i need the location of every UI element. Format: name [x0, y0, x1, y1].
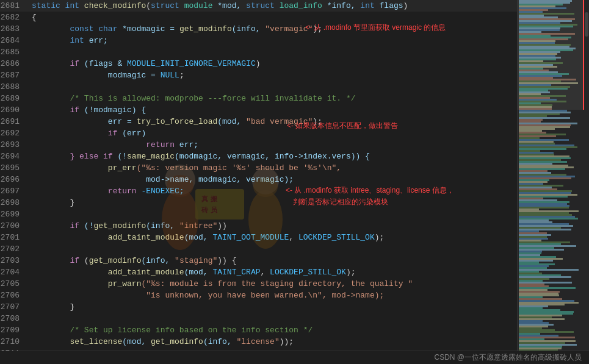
line-content: set_license(mod, get_modinfo(info, "lice…: [29, 336, 517, 348]
table-row: 2705 pr_warn("%s: module is from the sta…: [0, 278, 517, 290]
table-row: 2684 int err;: [0, 35, 517, 46]
table-row: 2704 add_taint_module(mod, TAINT_CRAP, L…: [0, 266, 517, 278]
line-content: [29, 209, 517, 220]
table-row: 2706 "is unknown, you have been warned.\…: [0, 290, 517, 301]
line-number: 2681: [0, 0, 29, 12]
line-content: }: [29, 197, 517, 209]
table-row: 2707 }: [0, 301, 517, 313]
line-content: [29, 313, 517, 324]
minimap: [517, 0, 584, 351]
table-row: 2711: [0, 348, 517, 351]
line-number: 2698: [0, 197, 29, 209]
editor-container: 2681static int check_modinfo(struct modu…: [0, 0, 589, 351]
line-content: int err;: [29, 35, 517, 46]
line-number: 2696: [0, 174, 29, 185]
line-number: 2690: [0, 104, 29, 116]
line-content: const char *modmagic = get_modinfo(info,…: [29, 23, 517, 35]
line-number: 2703: [0, 255, 29, 266]
line-content: err = try_to_force_load(mod, "bad vermag…: [29, 116, 517, 127]
line-content: static int check_modinfo(struct module *…: [29, 0, 517, 12]
table-row: 2687 modmagic = NULL;: [0, 70, 517, 81]
line-content: [29, 81, 517, 93]
table-row: 2686 if (flags & MODULE_INIT_IGNORE_VERM…: [0, 58, 517, 70]
table-row: 2695 pr_err("%s: version magic '%s' shou…: [0, 162, 517, 174]
table-row: 2699: [0, 209, 517, 220]
line-number: 2691: [0, 116, 29, 127]
table-row: 2681static int check_modinfo(struct modu…: [0, 0, 517, 12]
table-row: 2698 }: [0, 197, 517, 209]
line-content: [29, 243, 517, 255]
code-lines: 2681static int check_modinfo(struct modu…: [0, 0, 517, 351]
line-number: 2692: [0, 127, 29, 139]
table-row: 2683 const char *modmagic = get_modinfo(…: [0, 23, 517, 35]
line-content: return -ENOEXEC;: [29, 185, 517, 197]
table-row: 2702: [0, 243, 517, 255]
line-content: /* Set up license info based on the info…: [29, 324, 517, 336]
table-row: 2694 } else if (!same_magic(modmagic, ve…: [0, 151, 517, 162]
line-content: /* This is allowed: modprobe ---force wi…: [29, 93, 517, 104]
line-content: }: [29, 301, 517, 313]
line-content: if (err): [29, 127, 517, 139]
line-number: 2710: [0, 336, 29, 348]
line-number: 2682: [0, 12, 29, 23]
line-number: 2702: [0, 243, 29, 255]
table-row: 2693 return err;: [0, 139, 517, 151]
table-row: 2703 if (get_modinfo(info, "staging")) {: [0, 255, 517, 266]
table-row: 2708: [0, 313, 517, 324]
line-number: 2695: [0, 162, 29, 174]
table-row: 2685: [0, 46, 517, 58]
line-number: 2687: [0, 70, 29, 81]
line-content: if (!get_modinfo(info, "intree")): [29, 220, 517, 232]
table-row: 2682{: [0, 12, 517, 23]
vertical-scrollbar[interactable]: [584, 0, 589, 351]
line-number: 2706: [0, 290, 29, 301]
line-content: pr_err("%s: version magic '%s' should be…: [29, 162, 517, 174]
list-item: [519, 349, 558, 351]
code-area: 2681static int check_modinfo(struct modu…: [0, 0, 517, 351]
line-number: 2705: [0, 278, 29, 290]
line-number: 2701: [0, 232, 29, 243]
line-number: 2686: [0, 58, 29, 70]
scrollbar-thumb[interactable]: [585, 12, 588, 37]
table-row: 2690 if (!modmagic) {: [0, 104, 517, 116]
line-number: 2708: [0, 313, 29, 324]
table-row: 2710 set_license(mod, get_modinfo(info, …: [0, 336, 517, 348]
line-content: } else if (!same_magic(modmagic, vermagi…: [29, 151, 517, 162]
line-number: 2704: [0, 266, 29, 278]
table-row: 2688: [0, 81, 517, 93]
table-row: 2700 if (!get_modinfo(info, "intree")): [0, 220, 517, 232]
line-number: 2693: [0, 139, 29, 151]
table-row: 2691 err = try_to_force_load(mod, "bad v…: [0, 116, 517, 127]
line-content: [29, 348, 517, 351]
line-number: 2694: [0, 151, 29, 162]
line-content: pr_warn("%s: module is from the staging …: [29, 278, 517, 290]
line-content: [29, 46, 517, 58]
table-row: 2697 return -ENOEXEC;: [0, 185, 517, 197]
line-content: if (get_modinfo(info, "staging")) {: [29, 255, 517, 266]
line-content: add_taint_module(mod, TAINT_OOT_MODULE, …: [29, 232, 517, 243]
line-content: "is unknown, you have been warned.\n", m…: [29, 290, 517, 301]
line-content: {: [29, 12, 517, 23]
line-number: 2688: [0, 81, 29, 93]
line-number: 2684: [0, 35, 29, 46]
bottom-label: CSDN @一位不愿意透露姓名的高级搬砖人员: [434, 352, 582, 363]
line-content: mod->name, modmagic, vermagic);: [29, 174, 517, 185]
line-number: 2700: [0, 220, 29, 232]
table-row: 2709 /* Set up license info based on the…: [0, 324, 517, 336]
line-number: 2683: [0, 23, 29, 35]
table-row: 2701 add_taint_module(mod, TAINT_OOT_MOD…: [0, 232, 517, 243]
line-content: modmagic = NULL;: [29, 70, 517, 81]
line-number: 2697: [0, 185, 29, 197]
line-number: 2711: [0, 348, 29, 351]
bottom-bar: CSDN @一位不愿意透露姓名的高级搬砖人员: [0, 351, 589, 364]
line-number: 2685: [0, 46, 29, 58]
table-row: 2692 if (err): [0, 127, 517, 139]
line-content: return err;: [29, 139, 517, 151]
table-row: 2696 mod->name, modmagic, vermagic);: [0, 174, 517, 185]
line-number: 2707: [0, 301, 29, 313]
minimap-content: [518, 0, 584, 351]
line-number: 2709: [0, 324, 29, 336]
line-content: if (flags & MODULE_INIT_IGNORE_VERMAGIC): [29, 58, 517, 70]
line-content: if (!modmagic) {: [29, 104, 517, 116]
line-number: 2689: [0, 93, 29, 104]
